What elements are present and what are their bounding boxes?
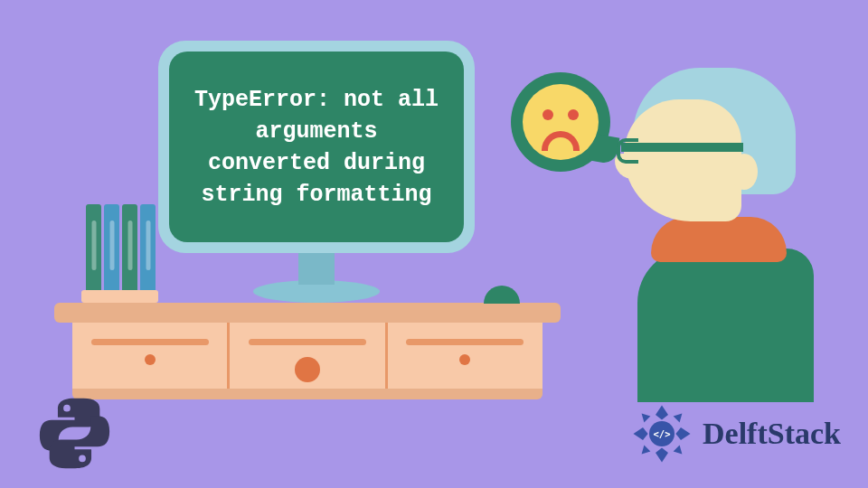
- desk-trim: [72, 389, 542, 399]
- drawer-right: [388, 323, 542, 389]
- glasses-icon: [621, 143, 743, 152]
- illustration-scene: TypeError: not all arguments converted d…: [0, 0, 868, 488]
- computer-mouse-icon: [484, 286, 520, 304]
- person-illustration: [601, 68, 818, 402]
- person-body: [637, 249, 814, 402]
- bookshelf: [81, 203, 158, 303]
- python-logo-icon: [36, 395, 113, 472]
- book: [104, 204, 119, 290]
- error-message-text: TypeError: not all arguments converted d…: [192, 84, 441, 211]
- person-ear: [731, 154, 758, 190]
- desk: [54, 303, 561, 389]
- drawer-center: [230, 323, 387, 389]
- delftstack-text: DelftStack: [703, 417, 841, 451]
- drawer-left: [72, 323, 230, 389]
- delftstack-emblem-icon: </>: [630, 402, 693, 465]
- monitor-bezel: TypeError: not all arguments converted d…: [158, 41, 475, 253]
- monitor-neck: [298, 253, 335, 285]
- computer-monitor: TypeError: not all arguments converted d…: [158, 41, 475, 307]
- book: [122, 204, 137, 290]
- monitor-screen: TypeError: not all arguments converted d…: [169, 52, 464, 242]
- sad-face-icon: [523, 84, 599, 160]
- desk-drawers: [72, 323, 542, 389]
- person-collar: [651, 217, 787, 262]
- sad-face-bubble-icon: [511, 72, 610, 172]
- book-stand: [81, 290, 158, 303]
- book: [140, 204, 156, 290]
- svg-text:</>: </>: [654, 428, 671, 439]
- book: [86, 204, 101, 290]
- delftstack-logo: </> DelftStack: [630, 402, 841, 465]
